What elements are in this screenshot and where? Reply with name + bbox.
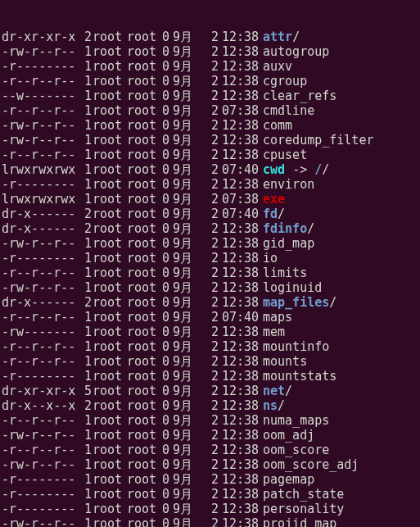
size: 0 (161, 148, 169, 162)
time: 12:38 (219, 177, 260, 192)
perms: -r-------- (2, 59, 70, 74)
file-name: coredump_filter (260, 133, 373, 148)
day: 2 (196, 325, 219, 339)
size: 0 (161, 251, 169, 266)
time: 12:38 (219, 354, 260, 369)
list-row: -r--r--r-- 1rootroot09月 212:38numa_maps (2, 413, 418, 428)
owner: root (89, 384, 127, 398)
size: 0 (161, 472, 169, 487)
group: root (127, 207, 161, 221)
group: root (127, 457, 161, 472)
list-row: dr-xr-xr-x 2rootroot09月 212:38attr/ (2, 30, 418, 44)
perms: -r--r--r-- (2, 443, 70, 457)
perms: -r-------- (2, 251, 70, 266)
owner: root (89, 207, 127, 221)
hardlinks: 1 (70, 487, 89, 502)
hardlinks: 2 (70, 30, 89, 44)
perms: -r--r--r-- (2, 148, 70, 162)
size: 0 (161, 118, 169, 133)
time: 12:38 (219, 487, 260, 502)
month: 9月 (169, 30, 196, 44)
month: 9月 (169, 44, 196, 59)
time: 12:38 (219, 266, 260, 280)
perms: -rw-r--r-- (2, 428, 70, 443)
group: root (127, 44, 161, 59)
month: 9月 (169, 118, 196, 133)
group: root (127, 369, 161, 384)
owner: root (89, 162, 127, 177)
hardlinks: 1 (70, 148, 89, 162)
owner: root (89, 133, 127, 148)
group: root (127, 148, 161, 162)
size: 0 (161, 369, 169, 384)
time: 12:38 (219, 59, 260, 74)
group: root (127, 30, 161, 44)
list-row: -r--r--r-- 1rootroot09月 212:38oom_score (2, 443, 418, 457)
size: 0 (161, 339, 169, 354)
hardlinks: 1 (70, 354, 89, 369)
perms: dr-x------ (2, 295, 70, 310)
time: 12:38 (219, 30, 260, 44)
hardlinks: 1 (70, 59, 89, 74)
perms: --w------- (2, 89, 70, 103)
list-row: -rw-r--r-- 1rootroot09月 212:38autogroup (2, 44, 418, 59)
month: 9月 (169, 103, 196, 118)
time: 07:38 (219, 192, 260, 207)
list-row: -r--r--r-- 1rootroot09月 212:38cgroup (2, 74, 418, 89)
day: 2 (196, 162, 219, 177)
owner: root (89, 457, 127, 472)
owner: root (89, 369, 127, 384)
size: 0 (161, 398, 169, 413)
time: 07:40 (219, 162, 260, 177)
perms: -rw-r--r-- (2, 44, 70, 59)
day: 2 (196, 487, 219, 502)
file-name: oom_score_adj (260, 457, 359, 472)
month: 9月 (169, 516, 196, 527)
owner: root (89, 30, 127, 44)
time: 12:38 (219, 428, 260, 443)
hardlinks: 1 (70, 162, 89, 177)
hardlinks: 1 (70, 89, 89, 103)
owner: root (89, 443, 127, 457)
month: 9月 (169, 221, 196, 236)
file-name: gid_map (260, 236, 314, 251)
perms: -r--r--r-- (2, 354, 70, 369)
file-name: attr/ (260, 30, 300, 44)
month: 9月 (169, 251, 196, 266)
month: 9月 (169, 325, 196, 339)
time: 12:38 (219, 133, 260, 148)
time: 12:38 (219, 236, 260, 251)
group: root (127, 339, 161, 354)
time: 07:40 (219, 207, 260, 221)
file-name: mounts (260, 354, 307, 369)
time: 12:38 (219, 251, 260, 266)
file-name: loginuid (260, 280, 322, 295)
hardlinks: 1 (70, 192, 89, 207)
time: 12:38 (219, 295, 260, 310)
size: 0 (161, 325, 169, 339)
day: 2 (196, 44, 219, 59)
month: 9月 (169, 398, 196, 413)
day: 2 (196, 457, 219, 472)
perms: lrwxrwxrwx (2, 162, 70, 177)
owner: root (89, 177, 127, 192)
file-name: cgroup (260, 74, 307, 89)
group: root (127, 221, 161, 236)
list-row: dr-x------ 2rootroot09月 212:38fdinfo/ (2, 221, 418, 236)
list-row: -rw-r--r-- 1rootroot09月 212:38gid_map (2, 236, 418, 251)
file-name: exe (260, 192, 285, 207)
list-row: -r-------- 1rootroot09月 212:38mountstats (2, 369, 418, 384)
day: 2 (196, 207, 219, 221)
day: 2 (196, 177, 219, 192)
size: 0 (161, 44, 169, 59)
size: 0 (161, 207, 169, 221)
owner: root (89, 74, 127, 89)
day: 2 (196, 516, 219, 527)
month: 9月 (169, 280, 196, 295)
time: 12:38 (219, 502, 260, 516)
owner: root (89, 221, 127, 236)
day: 2 (196, 280, 219, 295)
month: 9月 (169, 487, 196, 502)
group: root (127, 384, 161, 398)
file-name: fdinfo/ (260, 221, 314, 236)
